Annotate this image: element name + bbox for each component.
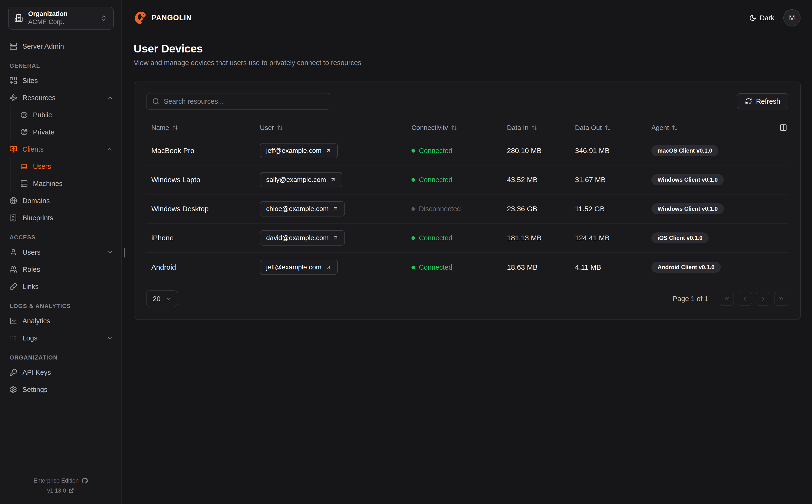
sidebar-nav: Server Admin GENERAL Sites Resources Pub… — [0, 38, 121, 398]
pangolin-logo-icon — [134, 11, 147, 25]
sidebar-section-logs-analytics: LOGS & ANALYTICS — [0, 295, 121, 312]
sidebar-item-label: Server Admin — [22, 42, 113, 50]
chevron-left-icon — [742, 295, 748, 302]
user-link-button[interactable]: david@example.com — [260, 230, 345, 246]
server-icon — [10, 42, 17, 50]
agent-cell: Windows Client v0.1.0 — [646, 203, 774, 214]
sidebar-item-server-admin[interactable]: Server Admin — [0, 38, 121, 55]
sidebar-item-public[interactable]: Public — [10, 106, 121, 123]
column-header-name[interactable]: Name — [146, 124, 255, 132]
connectivity-status: Connected — [411, 176, 452, 184]
data-out-value: 11.52 GB — [570, 205, 646, 213]
sidebar-item-logs[interactable]: Logs — [0, 329, 121, 347]
avatar[interactable]: M — [783, 9, 801, 26]
user-email: david@example.com — [266, 234, 329, 242]
search-input[interactable] — [164, 98, 324, 105]
device-name: Windows Desktop — [146, 205, 255, 213]
previous-page-button[interactable] — [738, 292, 752, 306]
user-email: jeff@example.com — [266, 147, 322, 154]
refresh-icon — [745, 98, 752, 105]
column-label: Data Out — [575, 124, 602, 132]
column-label: Agent — [651, 124, 669, 132]
sidebar-item-label: Sites — [22, 77, 113, 85]
logs-icon — [10, 334, 17, 342]
refresh-button[interactable]: Refresh — [737, 93, 788, 109]
receipt-icon — [10, 214, 17, 222]
status-dot-icon — [411, 178, 415, 182]
table-body: MacBook Pro jeff@example.com Connected — [146, 136, 788, 282]
user-cell: sally@example.com — [255, 172, 406, 187]
org-selector[interactable]: Organization ACME Corp. — [8, 7, 114, 30]
connectivity-label: Connected — [419, 147, 452, 155]
sidebar-resize-handle[interactable] — [124, 248, 125, 257]
devices-table: Name User Connectivity Data In — [146, 120, 788, 282]
brand-logo[interactable]: PANGOLIN — [134, 11, 192, 25]
version-link[interactable]: v1.13.0 — [47, 487, 74, 494]
column-header-data-in[interactable]: Data In — [502, 124, 570, 132]
toggle-columns-button[interactable] — [779, 124, 787, 132]
user-link-button[interactable]: jeff@example.com — [260, 143, 338, 158]
sidebar-item-resources[interactable]: Resources — [0, 89, 121, 106]
sidebar-item-machines[interactable]: Machines — [10, 175, 121, 192]
search-icon — [152, 98, 159, 105]
building-icon — [14, 14, 23, 22]
sidebar-item-blueprints[interactable]: Blueprints — [0, 209, 121, 226]
arrow-up-right-icon — [330, 177, 336, 183]
columns-icon — [780, 124, 787, 131]
sidebar-item-domains[interactable]: Domains — [0, 192, 121, 209]
arrow-up-right-icon — [333, 235, 339, 241]
sidebar-section-general: GENERAL — [0, 55, 121, 72]
sidebar-item-label: Settings — [22, 386, 113, 394]
sidebar-item-settings[interactable]: Settings — [0, 381, 121, 398]
chevron-up-icon — [106, 146, 113, 153]
sidebar-item-private[interactable]: Private — [10, 123, 121, 141]
connectivity-status: Connected — [411, 234, 452, 242]
agent-cell: iOS Client v0.1.0 — [646, 232, 774, 243]
sidebar-item-clients[interactable]: Clients — [0, 141, 121, 158]
avatar-initial: M — [789, 14, 795, 22]
device-name: Windows Lapto — [146, 176, 255, 184]
users-icon — [10, 266, 17, 273]
column-header-connectivity[interactable]: Connectivity — [406, 124, 502, 132]
user-link-button[interactable]: chloe@example.com — [260, 201, 345, 216]
sidebar-section-organization: ORGANIZATION — [0, 347, 121, 364]
user-cell: david@example.com — [255, 230, 406, 246]
devices-card: Refresh Name User Connectivity — [134, 82, 801, 320]
column-header-agent[interactable]: Agent — [646, 124, 774, 132]
user-link-button[interactable]: sally@example.com — [260, 172, 342, 187]
edition-label: Enterprise Edition — [33, 477, 78, 484]
key-icon — [10, 369, 17, 376]
column-label: Connectivity — [411, 124, 448, 132]
sidebar-item-analytics[interactable]: Analytics — [0, 312, 121, 329]
connectivity-status: Connected — [411, 263, 452, 271]
sort-icon — [172, 125, 178, 131]
table-row: MacBook Pro jeff@example.com Connected — [146, 136, 788, 165]
sidebar-item-label: Links — [22, 283, 113, 291]
sidebar-item-api-keys[interactable]: API Keys — [0, 364, 121, 381]
link-icon — [10, 283, 17, 290]
chevron-right-icon — [760, 295, 766, 302]
column-header-user[interactable]: User — [255, 124, 406, 132]
edition-link[interactable]: Enterprise Edition — [33, 477, 88, 484]
sidebar-item-client-users[interactable]: Users — [10, 158, 121, 175]
sidebar-item-label: Users — [33, 163, 113, 170]
page-size-select[interactable]: 20 — [146, 290, 178, 307]
last-page-button[interactable] — [774, 292, 788, 306]
user-link-button[interactable]: jeff@example.com — [260, 260, 338, 275]
connectivity-label: Connected — [419, 234, 452, 242]
theme-toggle[interactable]: Dark — [749, 14, 774, 22]
first-page-button[interactable] — [720, 292, 734, 306]
sidebar-item-roles[interactable]: Roles — [0, 261, 121, 278]
sort-icon — [604, 125, 611, 131]
page-info: Page 1 of 1 — [673, 295, 708, 303]
sidebar-item-sites[interactable]: Sites — [0, 72, 121, 89]
sidebar-item-label: Public — [33, 111, 113, 119]
user-email: jeff@example.com — [266, 263, 322, 271]
column-label: Name — [151, 124, 169, 132]
sidebar-item-users[interactable]: Users — [0, 244, 121, 261]
next-page-button[interactable] — [756, 292, 770, 306]
sort-icon — [451, 125, 457, 131]
sidebar-item-links[interactable]: Links — [0, 278, 121, 295]
table-header-row: Name User Connectivity Data In — [146, 120, 788, 136]
column-header-data-out[interactable]: Data Out — [570, 124, 646, 132]
